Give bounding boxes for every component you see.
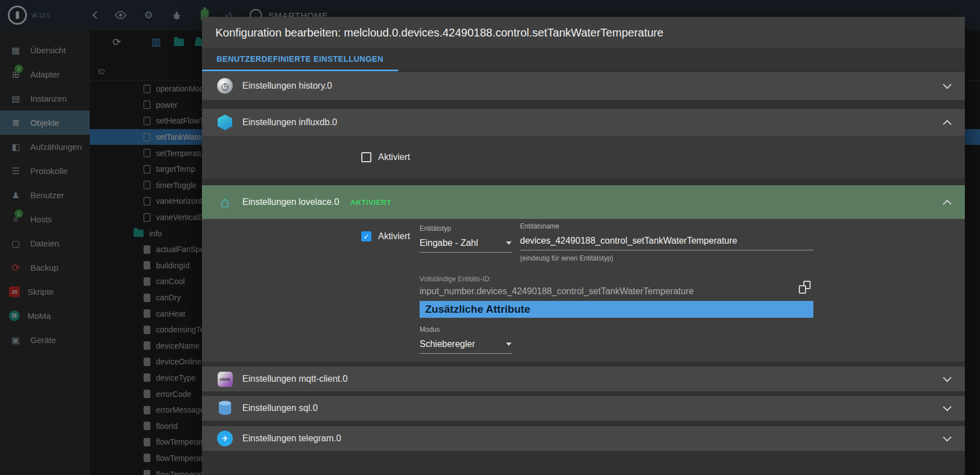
checkbox-label: Aktiviert (378, 231, 410, 241)
chevron-down-icon[interactable] (943, 373, 952, 382)
entity-type-label: Entitätstyp (420, 225, 512, 232)
tab-custom-settings[interactable]: BENUTZERDEFINIERTE EINSTELLUNGEN (202, 48, 398, 71)
edit-config-dialog: Konfiguration bearbeiten: melcloud.0.dev… (202, 17, 965, 475)
history-adapter-icon: ◷ (217, 77, 233, 94)
entity-type-select[interactable]: Eingabe - Zahl (420, 238, 512, 253)
lovelace-adapter-icon: ⌂ (217, 194, 233, 211)
section-lovelace-header[interactable]: ⌂ Einstellungen lovelace.0 AKTIVIERT (202, 185, 965, 219)
section-label: Einstellungen mqtt-client.0 (242, 374, 348, 384)
entity-name-field: Entitätsname devices_42490188_control_se… (520, 222, 813, 262)
influxdb-enabled-checkbox[interactable] (361, 152, 371, 162)
chevron-up-icon[interactable] (943, 120, 952, 129)
section-sql-header[interactable]: Einstellungen sql.0 (202, 396, 965, 421)
checkbox-label: Aktiviert (378, 152, 410, 162)
sql-adapter-icon (217, 400, 233, 417)
activated-badge: AKTIVIERT (351, 198, 392, 207)
entity-type-value: Eingabe - Zahl (420, 238, 478, 248)
section-label: Einstellungen telegram.0 (242, 433, 341, 444)
section-influxdb-content: Aktiviert (202, 136, 965, 179)
entity-id-label: Vollständige Entitäts-ID: (420, 275, 694, 283)
section-label: Einstellungen lovelace.0 (242, 197, 339, 207)
section-label: Einstellungen influxdb.0 (242, 117, 337, 127)
dialog-title: Konfiguration bearbeiten: melcloud.0.dev… (202, 17, 965, 48)
entity-id-value: input_number.devices_42490188_control_se… (420, 286, 694, 296)
lovelace-enabled-checkbox[interactable] (361, 231, 371, 241)
entity-name-label: Entitätsname (520, 222, 813, 230)
mode-field: Modus Schieberegler (420, 326, 512, 354)
dialog-tabbar: BENUTZERDEFINIERTE EINSTELLUNGEN (202, 48, 965, 72)
entity-name-value: devices_42490188_control_setTankWaterTem… (520, 236, 737, 246)
chevron-down-icon[interactable] (943, 80, 952, 89)
app-window: v6.12.0 ⚙ x5 SMARTHOME ▦Übersicht⊞2Adapt… (0, 0, 980, 475)
mode-label: Modus (420, 326, 512, 334)
dropdown-arrow-icon (506, 241, 512, 245)
telegram-adapter-icon: ✈ (217, 430, 233, 447)
dropdown-arrow-icon (506, 342, 512, 346)
mode-value: Schieberegler (420, 339, 475, 349)
entity-name-input[interactable]: devices_42490188_control_setTankWaterTem… (520, 236, 813, 250)
section-influxdb-header[interactable]: Einstellungen influxdb.0 (202, 109, 965, 136)
mode-select[interactable]: Schieberegler (420, 339, 512, 354)
chevron-down-icon[interactable] (943, 402, 952, 411)
entity-type-field: Entitätstyp Eingabe - Zahl (420, 225, 512, 253)
chevron-up-icon[interactable] (943, 199, 952, 208)
section-label: Einstellungen sql.0 (242, 403, 318, 413)
section-lovelace-content: Aktiviert Entitätstyp Eingabe - Zahl Ent… (202, 219, 965, 362)
entity-name-hint: (eindeutig für einen Entitätstyp) (520, 254, 813, 262)
chevron-down-icon[interactable] (943, 432, 952, 441)
entity-id-block: Vollständige Entitäts-ID: input_number.d… (420, 275, 694, 296)
section-label: Einstellungen history.0 (242, 81, 332, 91)
section-history-header[interactable]: ◷ Einstellungen history.0 (202, 72, 965, 100)
influxdb-adapter-icon (217, 114, 233, 131)
mqtt-client-adapter-icon: client (217, 371, 233, 387)
attributes-header: Zusätzliche Attribute (420, 301, 813, 318)
section-telegram-header[interactable]: ✈ Einstellungen telegram.0 (202, 426, 965, 451)
section-mqtt-client-header[interactable]: client Einstellungen mqtt-client.0 (202, 367, 965, 391)
copy-icon[interactable] (799, 281, 811, 294)
